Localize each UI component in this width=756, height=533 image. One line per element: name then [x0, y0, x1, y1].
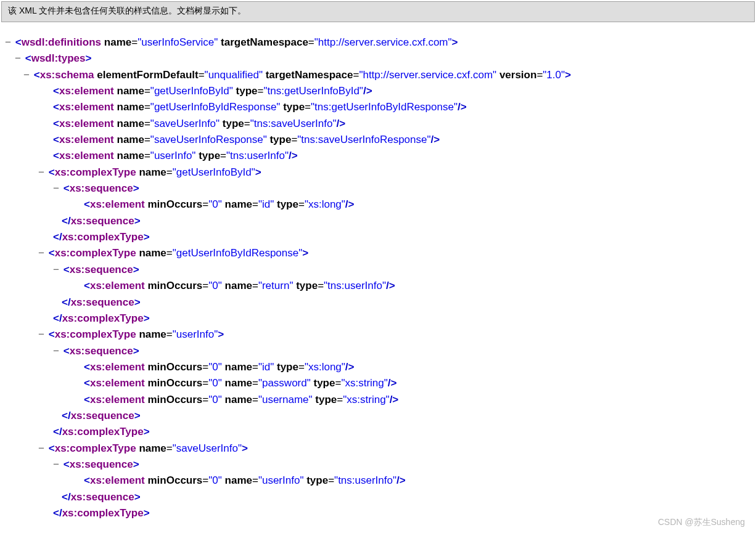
xs-complextype-close: </xs:complexType>: [53, 311, 751, 327]
tag-name: xs:complexType: [62, 231, 144, 243]
attr-value: username: [262, 394, 309, 405]
xs-sequence-open: − <xs:sequence>: [62, 457, 751, 473]
tag-name: xs:element: [59, 134, 114, 145]
xml-no-style-notice: 该 XML 文件并未包含任何关联的样式信息。文档树显示如下。: [1, 1, 755, 22]
tag-name: xs:sequence: [70, 345, 133, 357]
xs-sequence-close: </xs:sequence>: [62, 408, 751, 424]
collapse-toggle[interactable]: −: [53, 457, 60, 473]
tag-name: xs:complexType: [55, 247, 136, 259]
tag-name: xs:element: [59, 118, 114, 129]
xs-complextype-close: </xs:complexType>: [53, 424, 751, 440]
attr-value: xs:long: [308, 361, 342, 373]
tag-name: xs:element: [90, 394, 145, 405]
xs-element: <xs:element name="userInfo" type="tns:us…: [53, 148, 751, 164]
attr-value: saveUserInfoResponse: [154, 134, 263, 145]
attr-value: 1.0: [546, 69, 561, 81]
collapse-toggle[interactable]: −: [53, 262, 60, 278]
collapse-toggle[interactable]: −: [38, 441, 46, 457]
tag-name: xs:element: [90, 198, 145, 210]
attr-value: tns:getUserInfoById: [268, 85, 360, 97]
tag-name: xs:element: [59, 101, 114, 113]
xs-element: <xs:element name="getUserInfoByIdRespons…: [53, 99, 751, 115]
tag-name: xs:complexType: [55, 328, 136, 340]
xs-sequence-close: </xs:sequence>: [62, 489, 751, 505]
attr-value: userInfo: [262, 474, 300, 486]
tag-name: xs:sequence: [71, 215, 134, 227]
collapse-toggle[interactable]: −: [5, 35, 12, 51]
attr-value: userInfo: [176, 328, 214, 340]
tag-name: xs:complexType: [62, 312, 144, 324]
attr-value: xs:string: [347, 394, 385, 405]
attr-value: tns:saveUserInfoResponse: [301, 134, 427, 145]
xs-sequence-close: </xs:sequence>: [62, 213, 751, 229]
wsdl-types-open: − <wsdl:types>: [23, 51, 751, 67]
attr-value: http://server.service.cxf.com: [318, 36, 448, 48]
tag-name: xs:complexType: [62, 426, 144, 437]
tag-name: xs:element: [90, 280, 145, 291]
attr-value: unqualified: [208, 69, 259, 81]
tag-name: wsdl:definitions: [22, 36, 101, 48]
attr-value: xs:string: [345, 377, 384, 389]
angle-close: >: [452, 36, 458, 48]
xs-schema-open: − <xs:schema elementFormDefault="unquali…: [32, 67, 751, 83]
xs-element: <xs:element name="saveUserInfo" type="tn…: [53, 116, 751, 132]
xs-element: <xs:element minOccurs="0" name="id" type…: [84, 359, 751, 375]
attr-value: saveUserInfo: [154, 118, 216, 129]
attr-value: 0: [212, 361, 218, 373]
tag-name: xs:sequence: [71, 296, 134, 308]
angle-open: <: [15, 36, 22, 48]
xs-complextype-open: − <xs:complexType name="userInfo">: [47, 327, 751, 343]
xs-sequence-open: − <xs:sequence>: [62, 181, 751, 197]
xs-sequence-open: − <xs:sequence>: [62, 343, 751, 359]
attr-value: tns:userInfo: [338, 474, 393, 486]
attr-name: targetNamespace: [221, 36, 308, 48]
tag-name: wsdl:types: [31, 52, 86, 64]
tag-name: xs:sequence: [71, 410, 134, 421]
tag-name: xs:sequence: [71, 491, 134, 503]
xs-complextype-open: − <xs:complexType name="getUserInfoById"…: [47, 165, 751, 181]
attr-value: xs:long: [308, 198, 342, 210]
collapse-toggle[interactable]: −: [53, 343, 60, 359]
xs-element: <xs:element minOccurs="0" name="return" …: [84, 278, 751, 294]
xs-sequence-open: − <xs:sequence>: [62, 262, 751, 278]
tag-name: xs:element: [59, 150, 114, 161]
tag-name: xs:sequence: [70, 458, 133, 470]
xs-element: <xs:element minOccurs="0" name="userInfo…: [84, 473, 751, 489]
attr-value: 0: [212, 394, 218, 405]
collapse-toggle[interactable]: −: [23, 67, 31, 83]
tag-name: xs:complexType: [55, 166, 136, 178]
tag-name: xs:sequence: [70, 182, 133, 194]
attr-value: userInfoService: [141, 36, 214, 48]
attr-value: id: [262, 361, 270, 373]
tag-name: xs:element: [59, 85, 114, 97]
collapse-toggle[interactable]: −: [38, 245, 46, 261]
collapse-toggle[interactable]: −: [38, 327, 46, 343]
xs-complextype-close: </xs:complexType>: [53, 505, 751, 521]
attr-value: http://server.service.cxf.com: [363, 69, 493, 81]
attr-value: return: [262, 280, 289, 291]
collapse-toggle[interactable]: −: [53, 181, 60, 197]
tag-name: xs:element: [90, 361, 145, 373]
collapse-toggle[interactable]: −: [38, 165, 46, 181]
xs-element: <xs:element minOccurs="0" name="password…: [84, 375, 751, 391]
attr-name: elementFormDefault: [97, 69, 198, 81]
xs-element: <xs:element name="saveUserInfoResponse" …: [53, 132, 751, 148]
attr-value: id: [262, 198, 270, 210]
xs-element: <xs:element minOccurs="0" name="username…: [84, 392, 751, 408]
tag-name: xs:complexType: [55, 442, 136, 454]
attr-value: 0: [212, 474, 218, 486]
attr-value: tns:userInfo: [230, 150, 285, 161]
attr-value: getUserInfoByIdResponse: [154, 101, 276, 113]
attr-value: 0: [212, 280, 218, 291]
attr-value: userInfo: [154, 150, 192, 161]
xs-complextype-open: − <xs:complexType name="getUserInfoByIdR…: [47, 245, 751, 261]
attr-value: tns:getUserInfoByIdResponse: [314, 101, 454, 113]
attr-value: 0: [212, 377, 218, 389]
xs-sequence-close: </xs:sequence>: [62, 295, 751, 311]
xs-element: <xs:element minOccurs="0" name="id" type…: [84, 197, 751, 213]
attr-name: version: [499, 69, 536, 81]
attr-value: saveUserInfo: [176, 442, 238, 454]
collapse-toggle[interactable]: −: [15, 51, 22, 67]
attr-value: password: [262, 377, 307, 389]
attr-value: tns:saveUserInfo: [254, 118, 333, 129]
